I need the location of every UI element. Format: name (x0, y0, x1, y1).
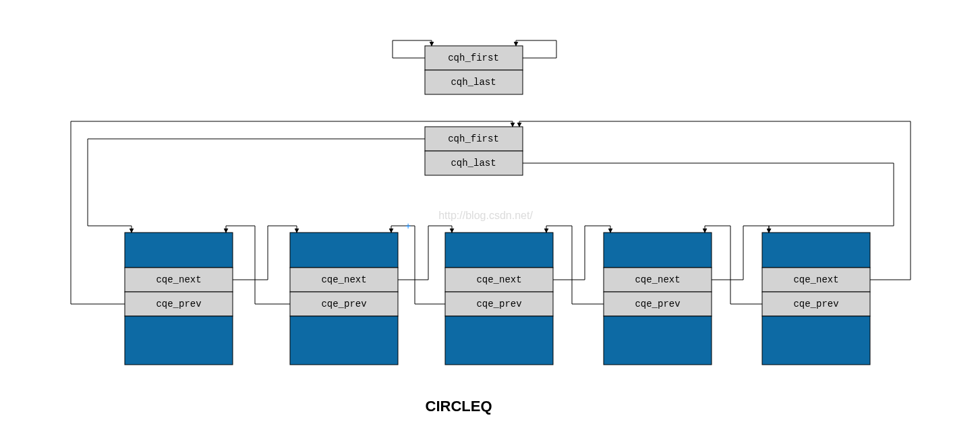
edge-3-prev-2 (391, 226, 445, 304)
head-empty: cqh_first cqh_last (393, 40, 556, 94)
edge-head-first (88, 139, 425, 233)
node-5-prev-label: cqe_prev (793, 299, 838, 309)
cross-mark: + (405, 220, 411, 231)
node-5-next-label: cqe_next (793, 274, 838, 285)
svg-rect-19 (604, 316, 712, 365)
node-1: cqe_next cqe_prev (125, 233, 233, 365)
svg-rect-20 (762, 233, 870, 268)
svg-rect-12 (445, 233, 553, 268)
node-3-prev-label: cqe_prev (476, 299, 521, 309)
edge-3-next-4 (553, 226, 610, 280)
head-full-last-label: cqh_last (451, 158, 496, 169)
node-2: cqe_next cqe_prev (290, 233, 398, 365)
edge-1-next-2 (233, 226, 297, 280)
edge-4-next-5 (712, 226, 769, 280)
node-5: cqe_next cqe_prev (762, 233, 870, 365)
node-3: cqe_next cqe_prev (445, 233, 553, 365)
node-1-next-label: cqe_next (156, 274, 201, 285)
edge-4-prev-3 (546, 226, 604, 304)
svg-rect-11 (290, 316, 398, 365)
svg-rect-4 (125, 233, 233, 268)
head-empty-first-label: cqh_first (448, 53, 499, 63)
svg-rect-7 (125, 316, 233, 365)
node-3-next-label: cqe_next (476, 274, 521, 285)
node-4-next-label: cqe_next (635, 274, 680, 285)
svg-rect-16 (604, 233, 712, 268)
node-4-prev-label: cqe_prev (635, 299, 680, 309)
edge-5-prev-4 (705, 226, 762, 304)
node-1-prev-label: cqe_prev (156, 299, 201, 309)
edge-2-prev-1 (226, 226, 290, 304)
edge-2-next-3 (398, 226, 452, 280)
head-full-first-label: cqh_first (448, 133, 499, 144)
head-empty-last-label: cqh_last (451, 77, 496, 88)
circleq-diagram: cqh_first cqh_last cqh_first cqh_last cq… (0, 0, 980, 424)
node-4: cqe_next cqe_prev (604, 233, 712, 365)
svg-rect-15 (445, 316, 553, 365)
svg-rect-8 (290, 233, 398, 268)
node-2-next-label: cqe_next (321, 274, 366, 285)
diagram-title: CIRCLEQ (426, 398, 492, 415)
node-2-prev-label: cqe_prev (321, 299, 366, 309)
svg-rect-23 (762, 316, 870, 365)
head-full: cqh_first cqh_last (425, 127, 523, 175)
watermark-text: http://blog.csdn.net/ (438, 210, 533, 221)
edge-head-last (523, 163, 894, 233)
